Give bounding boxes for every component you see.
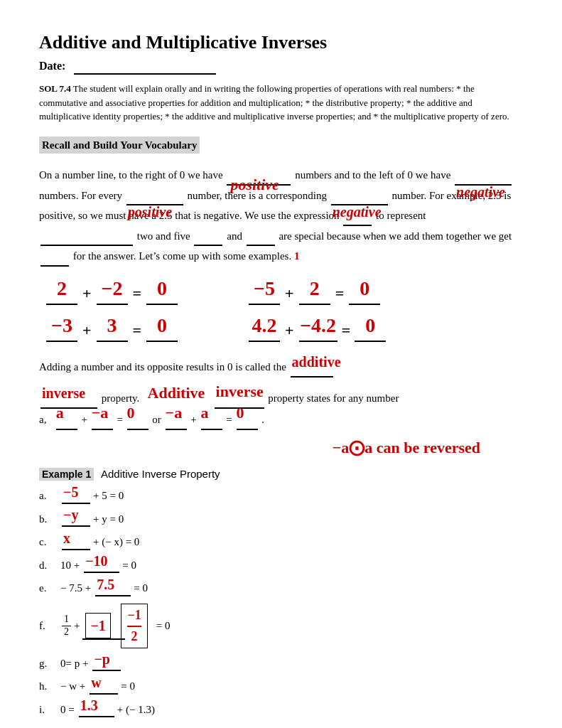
sol-block: SOL 7.4 The student will explain orally … xyxy=(39,82,523,124)
page-title: Additive and Multiplicative Inverses xyxy=(39,28,523,56)
note-red: −a⨀a can be reversed xyxy=(39,436,523,459)
hw-a2: a xyxy=(201,397,209,429)
hw-negative2: negative xyxy=(333,198,382,225)
example-row-i: i. 0 = 1.3 + (− 1.3) xyxy=(39,702,523,718)
fraction-half: 1 2 xyxy=(62,614,71,638)
blank2 xyxy=(40,245,133,246)
example-row-h: h. − w + w = 0 xyxy=(39,678,523,695)
example1-list: a. −5 + 5 = 0 b. −y + y = 0 c. x + (− x)… xyxy=(39,488,523,717)
body-paragraph-1: On a number line, to the right of 0 we h… xyxy=(39,165,523,267)
hw-zero2: 0 xyxy=(237,397,244,429)
blank3 xyxy=(194,245,222,246)
hw-positive1: positive xyxy=(230,170,279,200)
blank5 xyxy=(40,265,69,267)
example-row-a: a. −5 + 5 = 0 xyxy=(39,488,523,504)
date-underline xyxy=(74,73,216,75)
hw-nega1: −a xyxy=(92,397,109,429)
blank4 xyxy=(247,245,275,246)
hw-negative1: negative xyxy=(456,178,505,205)
example-eq-2: −3 + 3 = 0 xyxy=(46,311,178,342)
hw-a1: a xyxy=(56,397,64,429)
hw-nega2: −a xyxy=(166,397,183,429)
example-row-g: g. 0= p + −p xyxy=(39,655,523,672)
example-eq-3: −5 + 2 = 0 xyxy=(249,274,386,305)
example-row-c: c. x + (− x) = 0 xyxy=(39,534,523,550)
examples-block: 2 + −2 = 0 −3 + 3 = 0 xyxy=(46,274,523,342)
hw-positive2: positive xyxy=(128,198,172,225)
examples-left: 2 + −2 = 0 −3 + 3 = 0 xyxy=(46,274,178,342)
example-row-f: f. 1 2 + −1 −1 2 = 0 xyxy=(39,604,523,648)
vocab-header: Recall and Build Your Vocabulary xyxy=(39,136,200,154)
example-eq-4: 4.2 + −4.2 = 0 xyxy=(249,311,386,342)
examples-right: −5 + 2 = 0 4.2 + −4.2 = 0 xyxy=(249,274,386,342)
date-line: Date: xyxy=(39,58,523,75)
example-row-d: d. 10 + −10 = 0 xyxy=(39,557,523,574)
example1-header: Example 1 Additive Inverse Property xyxy=(39,466,523,483)
example-eq-1: 2 + −2 = 0 xyxy=(46,274,178,305)
example-row-e: e. − 7.5 + 7.5 = 0 xyxy=(39,580,523,596)
hw-additive1: additive xyxy=(292,348,341,376)
additive-paragraph: Adding a number and its opposite results… xyxy=(39,356,523,430)
example-row-b: b. −y + y = 0 xyxy=(39,511,523,528)
hw-zero1: 0 xyxy=(127,397,135,429)
